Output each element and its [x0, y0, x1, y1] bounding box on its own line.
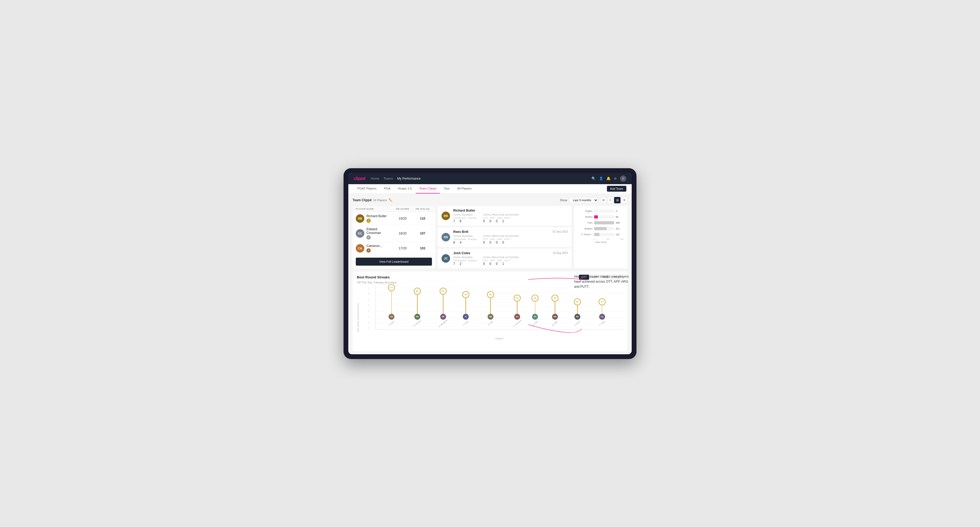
tab-pga[interactable]: PGA — [380, 184, 394, 194]
card-date: 26 Aug 2023 — [553, 252, 568, 254]
bar-track — [594, 210, 614, 213]
person-icon[interactable]: 👤 — [599, 176, 603, 181]
tab-pgat-players[interactable]: PGAT Players — [354, 184, 380, 194]
rank-badge: 3 — [366, 248, 371, 252]
main-content: Team Clippd 14 Players ✏️ Show Last 3 mo… — [348, 194, 632, 354]
show-label: Show — [560, 198, 567, 202]
player-name-below: R. Britt — [488, 321, 493, 325]
bell-icon[interactable]: 🔔 — [606, 176, 611, 181]
nav-my-performance[interactable]: My Performance — [397, 176, 420, 181]
dot-stem — [443, 295, 444, 314]
player-name-below: B. McHarg — [413, 320, 421, 327]
table-header: PLAYER NAME PB SCORE PB AVG SQ — [353, 206, 435, 212]
team-header: Team Clippd 14 Players ✏️ Show Last 3 mo… — [353, 197, 627, 203]
player-name: Richard Butler — [366, 214, 387, 218]
player-avatar-small: BM — [414, 314, 420, 320]
pb-avg: 103 — [413, 246, 432, 250]
bar-count: 131 — [616, 233, 624, 236]
streaks-title: Best Round Streaks — [357, 275, 390, 279]
player-row[interactable]: EC Edward Crossman 2 18/20 107 — [353, 225, 435, 242]
avatar: EC — [356, 229, 364, 238]
card-player-name: Josh Coles — [453, 251, 470, 255]
card-avatar: RB — [442, 233, 450, 241]
card-date: 02 Sep 2023 — [552, 230, 568, 233]
right-section: RB Richard Butler Total Rounds — [438, 206, 627, 268]
player-name: Cameron... — [366, 244, 382, 248]
pb-score: 19/20 — [392, 217, 413, 221]
dot-stem — [490, 298, 491, 314]
show-controls: Show Last 3 months ⊞ ≡ ▤ ⚙ — [560, 197, 627, 203]
pb-avg: 107 — [413, 232, 432, 235]
player-card: RB Rees Britt 02 Sep 2023 Total Rounds — [438, 227, 571, 247]
grid-view-btn[interactable]: ⊞ — [600, 197, 607, 203]
tab-hcaps[interactable]: Hcaps 1-5 — [394, 184, 415, 194]
y-tick: 5 — [368, 298, 369, 301]
bar-label: Bogeys — [578, 227, 593, 230]
search-icon[interactable]: 🔍 — [592, 176, 596, 181]
streak-bubble: 3x — [574, 298, 581, 305]
card-player-name: Rees Britt — [453, 230, 468, 234]
player-info: CA Cameron... 3 — [356, 244, 392, 252]
card-view-btn[interactable]: ▤ — [614, 197, 620, 203]
dot-stem — [577, 305, 578, 314]
player-avatar-small: DF — [532, 314, 538, 320]
player-name-below: D. Ford — [532, 321, 538, 326]
bar-row-birdies: Birdies 96 — [578, 214, 624, 219]
bar-label: Birdies — [578, 216, 593, 218]
chart-x-title: Total Shots — [578, 241, 624, 243]
card-stats: Total Rounds Tournament Practice 7 — [453, 256, 568, 266]
y-tick: 4 — [368, 304, 369, 306]
nav-home[interactable]: Home — [371, 176, 379, 181]
card-header: Richard Butler — [453, 209, 568, 213]
player-info: EC Edward Crossman 2 — [356, 227, 392, 240]
subtitle-main: Off The Tee, — [357, 281, 373, 284]
player-avatar-small: RB — [488, 314, 493, 320]
player-count: 14 Players — [373, 198, 387, 202]
tab-team-clippd[interactable]: Team Clippd — [416, 184, 440, 194]
rounds-stat: Total Rounds Tournament Practice 8 — [453, 235, 477, 244]
player-avatar-small: JC — [463, 314, 469, 320]
player-name-below: D. Billingham — [438, 319, 448, 327]
nav-teams[interactable]: Teams — [383, 176, 393, 181]
bar-fill-highlight — [594, 215, 598, 219]
target-icon[interactable]: ⊕ — [614, 176, 617, 181]
dot-stem — [466, 298, 466, 314]
practice-sub-labels: OTT APP ARG PUTT — [483, 217, 519, 219]
list-view-btn[interactable]: ≡ — [607, 197, 614, 203]
settings-view-btn[interactable]: ⚙ — [621, 197, 627, 203]
leaderboard-button[interactable]: View Full Leaderboard — [356, 258, 432, 266]
view-icons: ⊞ ≡ ▤ ⚙ — [600, 197, 627, 203]
period-select[interactable]: Last 3 months — [570, 197, 598, 203]
bar-label: Pars — [578, 221, 593, 224]
player-info: RB Richard Butler 1 — [356, 214, 392, 223]
streak-bubble: 4x — [552, 295, 558, 302]
player-row[interactable]: CA Cameron... 3 17/20 103 — [353, 242, 435, 255]
practice-label: Total Practice Activities — [483, 213, 519, 216]
tab-tour[interactable]: Tour — [440, 184, 453, 194]
bar-chart: Eagles 3 Birdies — [578, 209, 624, 237]
dot-stem — [517, 302, 517, 314]
bar-count: 3 — [616, 210, 624, 213]
player-name-below: J. Coles — [463, 320, 469, 326]
streak-bubble: 5x — [462, 291, 469, 298]
sub-nav-tabs: PGAT Players PGA Hcaps 1-5 Team Clippd T… — [354, 184, 607, 194]
avatar: RB — [356, 214, 364, 223]
player-cards: RB Richard Butler Total Rounds — [438, 206, 571, 268]
rank-badge: 2 — [366, 235, 371, 240]
dot-stem — [602, 305, 602, 314]
add-team-button[interactable]: Add Team — [607, 186, 626, 192]
user-avatar[interactable]: U — [620, 175, 626, 182]
player-col: 4x MM M. Miller — [552, 295, 558, 324]
bar-count: 499 — [616, 221, 624, 224]
col-player-name: PLAYER NAME — [356, 208, 392, 210]
x-tick: 0 — [594, 238, 595, 240]
card-content: Richard Butler Total Rounds Tournament P… — [453, 209, 568, 223]
nav-links: Home Teams My Performance — [371, 176, 586, 181]
tab-all-players[interactable]: All Players — [453, 184, 476, 194]
player-card: RB Richard Butler Total Rounds — [438, 206, 571, 226]
bar-label: D. Bogeys + — [578, 233, 593, 236]
edit-icon[interactable]: ✏️ — [388, 198, 393, 202]
dot-stem — [555, 302, 555, 314]
bar-track — [594, 215, 614, 219]
player-row[interactable]: RB Richard Butler 1 19/20 110 — [353, 212, 435, 225]
